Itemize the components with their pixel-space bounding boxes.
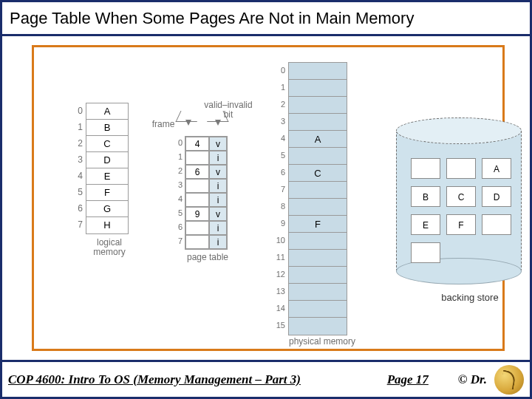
physical-memory-indices: 0123456789101112131415 [270,62,285,334]
slide: Page Table When Some Pages Are Not in Ma… [0,0,532,399]
backing-store-cell: E [411,214,440,235]
page-table-row: i [185,179,227,193]
physical-memory-cell [289,63,347,80]
backing-store-cells: ABCDEF [411,158,511,263]
footer: COP 4600: Intro To OS (Memory Management… [2,360,530,397]
page-table-row: i [185,193,227,207]
arrow-frame-icon [178,120,197,136]
physical-memory-index: 6 [270,164,285,181]
backing-store-cell [482,214,511,235]
logical-memory-index: 5 [72,184,83,200]
ucf-logo-icon [494,365,524,395]
logical-memory-index: 6 [72,200,83,216]
physical-memory-index: 11 [270,249,285,266]
page-table-bit-cell: i [209,235,227,249]
logical-memory-cell: D [86,152,128,168]
page-table-frame-cell [185,179,209,193]
logical-memory-table: ABCDEFGH [86,103,129,234]
backing-store-cell [411,242,440,263]
logical-memory-index: 4 [72,168,83,184]
physical-memory-index: 0 [270,62,285,79]
page-table-frame-cell: 6 [185,165,209,179]
physical-memory-table: ACF [288,62,347,335]
backing-store-cell: B [411,186,440,207]
page-table-index: 0 [172,136,183,150]
physical-memory-cell: F [289,216,347,233]
page-table-row: 6v [185,165,227,179]
physical-memory-cell [289,199,347,216]
page-table-bit-cell: i [209,151,227,165]
physical-memory-cell [289,114,347,131]
physical-memory-label: physical memory [278,337,366,347]
logical-memory-index: 2 [72,135,83,151]
physical-memory-cell [289,301,347,318]
title-bar: Page Table When Some Pages Are Not in Ma… [2,2,530,36]
logical-memory-indices: 01234567 [72,103,83,233]
page-table-index: 2 [172,164,183,178]
physical-memory-cell [289,148,347,165]
physical-memory-index: 7 [270,181,285,198]
physical-memory-cell [289,284,347,301]
page-table-frame-cell: 4 [185,137,209,151]
physical-memory-index: 8 [270,198,285,215]
page-table-index: 6 [172,220,183,234]
physical-memory-index: 9 [270,215,285,232]
logical-memory-cell: A [86,103,128,120]
physical-memory-cell [289,182,347,199]
backing-store-cell: A [482,158,511,179]
page-table-bit-cell: i [209,221,227,235]
logical-memory-index: 3 [72,151,83,168]
backing-store-cell [446,158,476,179]
page-table-indices: 01234567 [172,136,183,248]
physical-memory-cell [289,233,347,250]
physical-memory-index: 3 [270,113,285,130]
page-table-bit-cell: i [209,193,227,207]
logical-memory-index: 7 [72,216,83,233]
logical-memory-cell: C [86,136,128,152]
page-table-frame-cell [185,151,209,165]
page-table-index: 1 [172,150,183,164]
page-table-bit-cell: v [209,137,227,151]
backing-store: ABCDEF [396,117,522,284]
page-table-frame-cell [185,235,209,249]
page-table-bit-cell: i [209,179,227,193]
logical-memory-cell: G [86,201,128,217]
physical-memory-index: 5 [270,147,285,164]
arrow-bit-icon [208,120,227,136]
physical-memory-cell [289,250,347,267]
physical-memory-index: 13 [270,283,285,300]
physical-memory-cell [289,80,347,97]
page-table-row: i [185,235,227,249]
physical-memory-cell [289,97,347,114]
backing-store-cell: F [446,214,476,235]
page-table-row: 4v [185,137,227,151]
physical-memory-index: 2 [270,96,285,113]
content-area: 01234567 ABCDEFGH logical memory frame v… [2,36,530,360]
physical-memory-index: 14 [270,300,285,317]
page-table: 4vi6vii9vii [185,136,228,250]
page-table-row: i [185,221,227,235]
page-table-frame-cell: 9 [185,207,209,221]
page-table-frame-cell [185,221,209,235]
page-table-index: 7 [172,234,183,248]
backing-store-cell: C [446,186,476,207]
diagram-frame: 01234567 ABCDEFGH logical memory frame v… [32,45,505,351]
backing-store-cell [411,158,440,179]
page-table-index: 4 [172,192,183,206]
logical-memory-cell: F [86,185,128,201]
logical-memory-label: logical memory [80,238,139,257]
page-table-bit-cell: v [209,165,227,179]
backing-store-cell: D [482,186,511,207]
physical-memory-cell: C [289,165,347,182]
logical-memory-index: 0 [72,103,83,119]
physical-memory-index: 10 [270,232,285,249]
page-table-index: 5 [172,206,183,220]
page-table-row: i [185,151,227,165]
physical-memory-index: 1 [270,79,285,96]
footer-page: Page 17 [387,372,429,387]
physical-memory-index: 4 [270,130,285,147]
physical-memory-cell: A [289,131,347,148]
page-table-frame-cell [185,193,209,207]
slide-title: Page Table When Some Pages Are Not in Ma… [10,9,414,28]
page-table-index: 3 [172,178,183,192]
